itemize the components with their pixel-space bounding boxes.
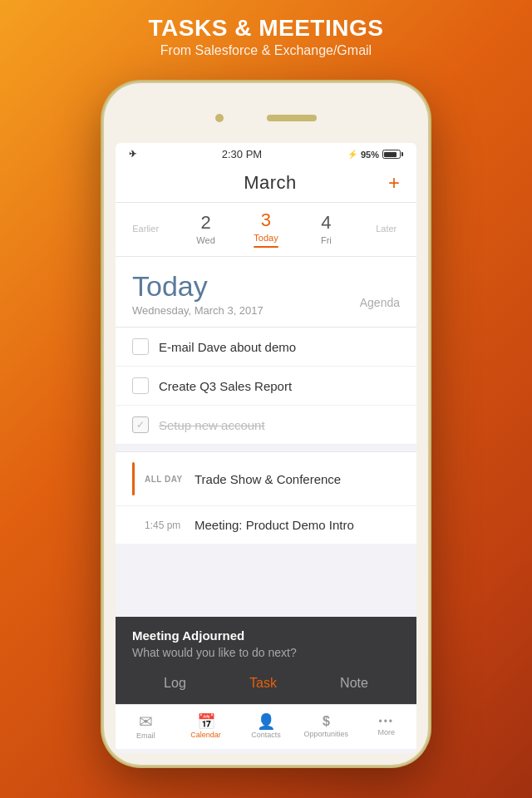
- event-bar: [132, 462, 135, 495]
- task-item[interactable]: Create Q3 Sales Report: [116, 367, 416, 406]
- day-fri-num: 4: [321, 212, 331, 234]
- day-wed[interactable]: 2 Wed: [185, 212, 227, 245]
- meeting-prefix: Meeting: [132, 628, 182, 643]
- tab-email-label: Email: [136, 732, 155, 740]
- event-allday-label: ALL DAY: [145, 475, 185, 484]
- month-title: March: [244, 172, 297, 194]
- status-time: 2:30 PM: [222, 148, 262, 160]
- day-later[interactable]: Later: [366, 224, 407, 234]
- today-underline: [254, 246, 278, 248]
- status-right: ⚡ 95%: [347, 150, 403, 160]
- day-today[interactable]: 3 Today: [245, 209, 287, 248]
- task-checkbox-3[interactable]: [132, 416, 149, 433]
- status-bar: ✈ 2:30 PM ⚡ 95%: [116, 143, 416, 164]
- later-label: Later: [376, 224, 397, 234]
- airplane-icon: ✈: [129, 149, 136, 160]
- meeting-panel-title: Meeting Adjourned: [132, 628, 400, 643]
- meeting-panel: Meeting Adjourned What would you like to…: [116, 617, 416, 704]
- day-fri-label: Fri: [321, 235, 332, 245]
- task-text-2: Create Q3 Sales Report: [159, 379, 292, 393]
- bluetooth-icon: ⚡: [347, 150, 357, 159]
- more-icon: •••: [378, 717, 394, 727]
- phone-frame: ✈ 2:30 PM ⚡ 95% March: [104, 83, 428, 765]
- status-left: ✈: [129, 149, 136, 160]
- task-checkbox-1[interactable]: [132, 338, 149, 355]
- opportunities-icon: $: [323, 715, 330, 728]
- event-timed[interactable]: 1:45 pm Meeting: Product Demo Intro: [116, 506, 416, 544]
- day-today-label: Today: [254, 233, 278, 243]
- events-section: ALL DAY Trade Show & Conference 1:45 pm …: [116, 451, 416, 544]
- today-section: Today Wednesday, March 3, 2017: [116, 257, 416, 328]
- meeting-panel-actions: Log Task Note: [132, 669, 400, 694]
- task-item[interactable]: E-mail Dave about demo: [116, 328, 416, 367]
- tab-opportunities-label: Opportunities: [304, 730, 349, 738]
- tab-email[interactable]: ✉ Email: [121, 713, 170, 740]
- email-icon: ✉: [139, 713, 153, 730]
- day-earlier[interactable]: Earlier: [125, 224, 166, 234]
- header-subtitle: From Salesforce & Exchange/Gmail: [0, 43, 532, 58]
- battery-percent: 95%: [361, 150, 379, 160]
- meeting-panel-subtitle: What would you like to do next?: [132, 646, 400, 659]
- tab-bar: ✉ Email 📅 Calendar 👤 Contacts $ Opportun…: [116, 704, 416, 749]
- bottom-spacer: [116, 544, 416, 627]
- phone-speaker: [267, 115, 317, 121]
- meeting-bold: Adjourned: [182, 628, 244, 643]
- day-selector: Earlier 2 Wed 3 Today 4 Fri: [116, 203, 416, 257]
- header-title: TASKS & MEETINGS: [0, 15, 532, 42]
- event-time: 1:45 pm: [145, 520, 185, 531]
- task-text-3: Setup new account: [159, 418, 265, 432]
- tab-calendar-label: Calendar: [190, 731, 221, 739]
- phone-top: [116, 95, 416, 141]
- tab-contacts[interactable]: 👤 Contacts: [241, 714, 291, 739]
- app-header: TASKS & MEETINGS From Salesforce & Excha…: [0, 15, 532, 58]
- day-wed-num: 2: [200, 212, 210, 234]
- event-allday[interactable]: ALL DAY Trade Show & Conference: [116, 452, 416, 506]
- day-fri[interactable]: 4 Fri: [305, 212, 347, 245]
- task-checkbox-2[interactable]: [132, 377, 149, 394]
- day-wed-label: Wed: [196, 235, 214, 245]
- task-list: E-mail Dave about demo Create Q3 Sales R…: [116, 328, 416, 445]
- day-today-num: 3: [261, 209, 271, 231]
- contacts-icon: 👤: [257, 714, 275, 729]
- note-action[interactable]: Note: [323, 672, 385, 694]
- today-section-wrap: Today Wednesday, March 3, 2017 Agenda: [116, 257, 416, 328]
- tab-more[interactable]: ••• More: [362, 717, 411, 736]
- log-action[interactable]: Log: [147, 672, 203, 694]
- event-title: Meeting: Product Demo Intro: [195, 518, 354, 532]
- section-divider: [116, 445, 416, 451]
- battery-icon: [382, 150, 403, 159]
- event-allday-title: Trade Show & Conference: [195, 472, 341, 486]
- phone-screen: ✈ 2:30 PM ⚡ 95% March: [116, 143, 416, 753]
- add-event-button[interactable]: +: [388, 173, 400, 193]
- phone-camera: [215, 114, 224, 122]
- tab-calendar[interactable]: 📅 Calendar: [181, 714, 231, 739]
- agenda-button[interactable]: Agenda: [360, 296, 400, 309]
- tab-more-label: More: [377, 728, 395, 736]
- tab-opportunities[interactable]: $ Opportunities: [301, 715, 351, 738]
- tab-contacts-label: Contacts: [251, 731, 281, 739]
- task-text-1: E-mail Dave about demo: [159, 340, 296, 354]
- calendar-icon: 📅: [197, 714, 215, 729]
- earlier-label: Earlier: [132, 224, 159, 234]
- task-action[interactable]: Task: [233, 672, 293, 694]
- task-item-done[interactable]: Setup new account: [116, 406, 416, 445]
- month-header: March +: [116, 164, 416, 203]
